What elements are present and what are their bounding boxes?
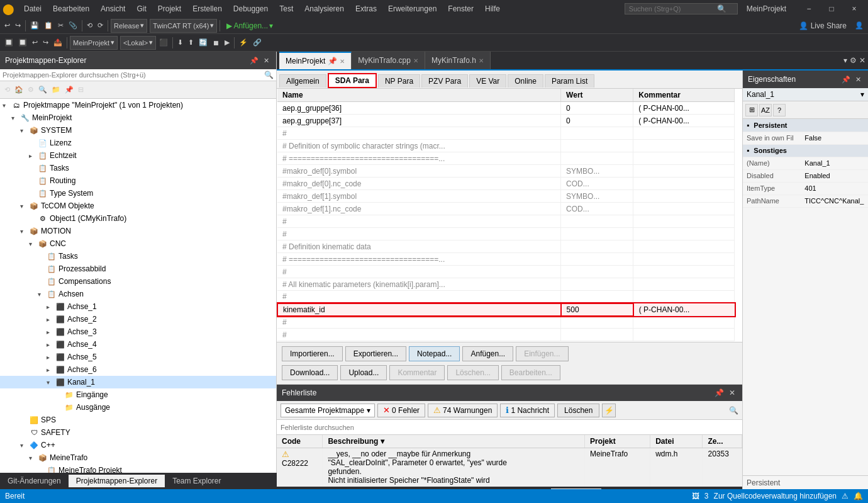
- tb2-btn-6[interactable]: ⬛: [157, 36, 170, 50]
- subtab-param-list[interactable]: Param List: [545, 74, 594, 88]
- param-row-13[interactable]: #: [277, 266, 735, 278]
- param-row-3[interactable]: # Definition of symbolic character strin…: [277, 140, 735, 152]
- tb2-btn-1[interactable]: 🔲: [3, 36, 15, 50]
- tree-item-14[interactable]: 📋Compensations: [0, 275, 276, 288]
- tree-item-7[interactable]: 📋Type System: [0, 187, 276, 200]
- param-row-1[interactable]: aep.g_gruppe[37]0( P-CHAN-00...: [277, 115, 735, 127]
- tree-arrow-10[interactable]: ▾: [20, 228, 29, 235]
- param-row-5[interactable]: #makro_def[0].symbolSYMBO...: [277, 165, 735, 178]
- menu-extras[interactable]: Extras: [350, 3, 382, 14]
- menu-analysieren[interactable]: Analysieren: [299, 3, 349, 14]
- kommentar-button[interactable]: Kommentar: [389, 365, 445, 380]
- tb2-btn-3[interactable]: ↩: [30, 36, 40, 50]
- tb2-btn-2[interactable]: 🔲: [16, 36, 29, 50]
- param-row-10[interactable]: #: [277, 228, 735, 240]
- loeschen-button[interactable]: Löschen...: [447, 365, 498, 380]
- subtab-sda-para[interactable]: SDA Para: [328, 73, 377, 88]
- tree-item-2[interactable]: ▾📦SYSTEM: [0, 124, 276, 137]
- sidebar-tab-team[interactable]: Team Explorer: [165, 475, 228, 487]
- menu-datei[interactable]: Datei: [19, 3, 47, 14]
- param-row-7[interactable]: #makro_def[1].symbolSYMBO...: [277, 190, 735, 203]
- importieren-button[interactable]: Importieren...: [282, 346, 343, 361]
- tree-item-22[interactable]: ▾⬛Kanal_1: [0, 376, 276, 388]
- menu-bearbeiten[interactable]: Bearbeiten: [48, 3, 94, 14]
- editor-close-icon[interactable]: ✕: [859, 56, 865, 65]
- tree-item-18[interactable]: ▸⬛Achse_3: [0, 325, 276, 338]
- sidebar-tab-git[interactable]: Git-Änderungen: [0, 475, 69, 487]
- tree-item-20[interactable]: ▸⬛Achse_5: [0, 351, 276, 363]
- tree-item-8[interactable]: ▾📦TcCOM Objekte: [0, 200, 276, 212]
- menu-fenster[interactable]: Fenster: [443, 3, 479, 14]
- live-share-button[interactable]: 👤 Live Share: [794, 20, 852, 31]
- sidebar-tb-5[interactable]: 📁: [50, 83, 62, 97]
- tb-btn-5[interactable]: ⟲: [85, 19, 94, 33]
- tree-arrow-1[interactable]: ▾: [11, 115, 20, 122]
- param-row-11[interactable]: # Definition kinematic data: [277, 240, 735, 253]
- menu-hilfe[interactable]: Hilfe: [480, 3, 505, 14]
- tree-arrow-15[interactable]: ▾: [38, 291, 47, 298]
- tree-item-12[interactable]: 📋Tasks: [0, 250, 276, 263]
- tree-arrow-19[interactable]: ▸: [47, 341, 55, 348]
- tab-mykintrafo-cpp[interactable]: MyKinTrafo.cpp ✕: [352, 52, 425, 69]
- tab-mykintrafo-h[interactable]: MyKinTrafo.h ✕: [425, 52, 491, 69]
- props-alpha-btn[interactable]: AZ: [759, 104, 772, 116]
- param-row-12[interactable]: # ==================================...: [277, 253, 735, 266]
- tab-mykintrafo-h-close[interactable]: ✕: [479, 57, 484, 64]
- tree-item-13[interactable]: 📋Prozessabbild: [0, 263, 276, 275]
- tree-item-4[interactable]: ▸📋Echtzeit: [0, 149, 276, 162]
- tb2-btn-12[interactable]: ⚡: [237, 36, 250, 50]
- editor-settings-icon[interactable]: ⚙: [850, 56, 857, 65]
- subtab-np-para[interactable]: NP Para: [378, 74, 420, 88]
- menu-search-box[interactable]: 🔍: [625, 3, 738, 14]
- close-button[interactable]: ×: [843, 0, 865, 18]
- param-row-0[interactable]: aep.g_gruppe[36]0( P-CHAN-00...: [277, 102, 735, 115]
- tree-arrow-21[interactable]: ▸: [47, 366, 55, 373]
- param-row-17[interactable]: #: [277, 316, 735, 329]
- tree-arrow-8[interactable]: ▾: [20, 203, 29, 210]
- tb-btn-4[interactable]: 📎: [67, 19, 79, 33]
- props-help-btn[interactable]: ?: [773, 104, 786, 116]
- tree-arrow-17[interactable]: ▸: [47, 316, 55, 323]
- tree-arrow-0[interactable]: ▾: [3, 102, 11, 109]
- param-row-6[interactable]: #makro_def[0].nc_codeCOD...: [277, 178, 735, 190]
- tab-meinprojekt[interactable]: MeinProjekt 📌 ✕: [279, 52, 352, 69]
- config-dropdown[interactable]: <Lokal> ▾: [120, 36, 156, 50]
- tree-item-27[interactable]: ▾🔷C++: [0, 439, 276, 451]
- menu-erweiterungen[interactable]: Erweiterungen: [383, 3, 442, 14]
- tb2-btn-9[interactable]: 🔄: [197, 36, 209, 50]
- tree-item-6[interactable]: 📋Routing: [0, 174, 276, 187]
- tree-arrow-27[interactable]: ▾: [20, 442, 29, 449]
- tree-arrow-2[interactable]: ▾: [20, 127, 29, 134]
- tree-item-10[interactable]: ▾📦MOTION: [0, 225, 276, 237]
- props-cat-btn[interactable]: ⊞: [745, 104, 758, 116]
- tree-item-19[interactable]: ▸⬛Achse_4: [0, 338, 276, 351]
- upload-button[interactable]: Upload...: [340, 365, 387, 380]
- error-search-box[interactable]: [277, 420, 742, 435]
- menu-ansicht[interactable]: Ansicht: [96, 3, 130, 14]
- tb2-btn-4[interactable]: ↪: [41, 36, 50, 50]
- bp-close-icon[interactable]: ✕: [727, 388, 737, 398]
- platform-dropdown[interactable]: TwinCAT RT (x64) ▾: [150, 19, 217, 33]
- sidebar-tb-7[interactable]: ⊟: [76, 83, 86, 97]
- menu-git[interactable]: Git: [131, 3, 151, 14]
- sidebar-search-input[interactable]: [3, 71, 263, 79]
- tb-btn-6[interactable]: ⟳: [96, 19, 105, 33]
- props-row-pathname[interactable]: PathName TICC^CNC^Kanal_: [743, 195, 868, 207]
- error-delete-button[interactable]: Löschen: [557, 404, 599, 417]
- error-search-icon[interactable]: 🔍: [729, 406, 738, 415]
- anfuegen-button[interactable]: Anfügen...: [462, 346, 513, 361]
- tree-item-9[interactable]: ⚙Object1 (CMyKinTrafo): [0, 212, 276, 225]
- tree-arrow-20[interactable]: ▸: [47, 354, 55, 361]
- tb2-btn-7[interactable]: ⬇: [175, 36, 185, 50]
- search-input[interactable]: [629, 5, 717, 13]
- tree-item-0[interactable]: ▾🗂Projektmappe "MeinProjekt" (1 von 1 Pr…: [0, 99, 276, 111]
- param-row-2[interactable]: #: [277, 127, 735, 140]
- error-badge-errors[interactable]: ✕ 0 Fehler: [377, 404, 425, 417]
- bp-pin-icon[interactable]: 📌: [713, 388, 726, 398]
- tree-item-25[interactable]: 🟨SPS: [0, 414, 276, 426]
- tree-item-26[interactable]: 🛡SAFETY: [0, 426, 276, 439]
- minimize-button[interactable]: −: [798, 0, 820, 18]
- menu-erstellen[interactable]: Erstellen: [187, 3, 227, 14]
- project-dropdown[interactable]: MeinProjekt ▾: [70, 36, 118, 50]
- subtab-online[interactable]: Online: [508, 74, 543, 88]
